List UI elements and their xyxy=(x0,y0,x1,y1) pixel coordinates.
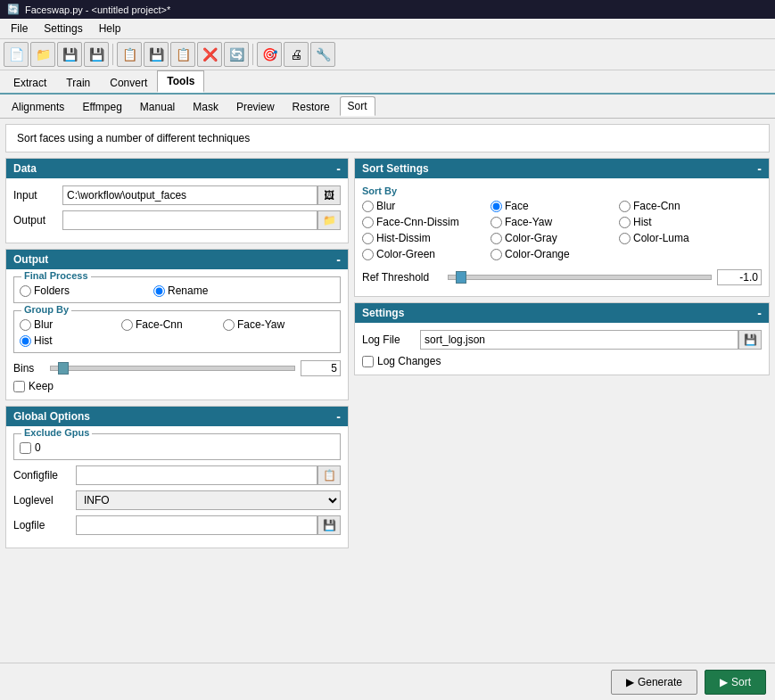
nav-convert[interactable]: Convert xyxy=(100,72,157,93)
input-field[interactable] xyxy=(62,185,317,205)
log-changes-option[interactable]: Log Changes xyxy=(362,355,762,367)
sort-colorluma-option[interactable]: Color-Luma xyxy=(619,232,744,244)
keep-option[interactable]: Keep xyxy=(13,380,341,392)
toolbar-save[interactable]: 💾 xyxy=(57,42,82,67)
subnav-sort[interactable]: Sort xyxy=(340,96,375,116)
sort-colororange-option[interactable]: Color-Orange xyxy=(491,248,615,260)
gpu0-option[interactable]: 0 xyxy=(20,440,334,454)
subnav-mask[interactable]: Mask xyxy=(185,97,227,116)
sort-facecnndissim-radio[interactable] xyxy=(362,217,374,228)
toolbar-saveas[interactable]: 💾 xyxy=(84,42,109,67)
bins-value[interactable] xyxy=(301,360,341,376)
logfile-row: Logfile 💾 xyxy=(13,515,341,535)
group-blur-radio[interactable] xyxy=(20,319,31,331)
output-field[interactable] xyxy=(62,210,317,230)
ref-threshold-thumb[interactable] xyxy=(456,271,466,284)
logfile-browse-btn[interactable]: 💾 xyxy=(317,515,341,535)
data-panel-header: Data - xyxy=(6,159,348,178)
group-facecnn-radio[interactable] xyxy=(121,319,133,331)
nav-extract[interactable]: Extract xyxy=(4,72,56,93)
group-faceyaw-radio[interactable] xyxy=(223,319,235,331)
menu-help[interactable]: Help xyxy=(92,21,128,37)
menu-settings[interactable]: Settings xyxy=(37,21,89,37)
logfile-settings-browse-btn[interactable]: 💾 xyxy=(738,330,762,350)
settings-panel-collapse[interactable]: - xyxy=(757,307,762,319)
sort-settings-collapse[interactable]: - xyxy=(757,162,762,175)
logfile-field[interactable] xyxy=(76,515,317,535)
rename-label: Rename xyxy=(168,284,208,297)
sort-hist-option[interactable]: Hist xyxy=(619,216,744,228)
app-icon: 🔄 xyxy=(7,4,20,15)
sort-faceyaw-option[interactable]: Face-Yaw xyxy=(491,216,615,228)
toolbar-refresh[interactable]: 🔄 xyxy=(224,42,249,67)
group-blur-option[interactable]: Blur xyxy=(20,318,118,331)
sort-colorgreen-option[interactable]: Color-Green xyxy=(362,248,487,260)
sort-colorgreen-radio[interactable] xyxy=(362,249,374,260)
sort-button[interactable]: ▶ Sort xyxy=(705,670,766,695)
input-browse-btn[interactable]: 🖼 xyxy=(317,185,341,205)
ref-threshold-track[interactable] xyxy=(448,275,712,280)
group-hist-radio[interactable] xyxy=(20,335,31,347)
folders-option[interactable]: Folders xyxy=(20,284,136,297)
toolbar-copy[interactable]: 📋 xyxy=(117,42,142,67)
toolbar-target[interactable]: 🎯 xyxy=(257,42,282,67)
sort-hist-radio[interactable] xyxy=(619,217,631,228)
data-panel-collapse[interactable]: - xyxy=(336,162,341,175)
logfile-settings-field[interactable] xyxy=(420,330,738,350)
subnav-restore[interactable]: Restore xyxy=(284,97,338,116)
group-hist-option[interactable]: Hist xyxy=(20,334,118,347)
sort-colorgray-radio[interactable] xyxy=(491,233,502,244)
nav-tools[interactable]: Tools xyxy=(157,70,204,93)
global-options-collapse[interactable]: - xyxy=(336,410,341,423)
sort-faceyaw-radio[interactable] xyxy=(491,217,502,228)
nav-train[interactable]: Train xyxy=(56,72,100,93)
sort-facecnn-radio[interactable] xyxy=(619,201,631,212)
gpu0-checkbox[interactable] xyxy=(20,442,31,454)
sort-blur-option[interactable]: Blur xyxy=(362,200,487,212)
sort-blur-radio[interactable] xyxy=(362,201,374,212)
sort-face-radio[interactable] xyxy=(491,201,502,212)
toolbar-open[interactable]: 📁 xyxy=(30,42,55,67)
subnav-manual[interactable]: Manual xyxy=(132,97,183,116)
output-panel-collapse[interactable]: - xyxy=(336,253,341,266)
configfile-field[interactable] xyxy=(76,465,317,485)
keep-checkbox[interactable] xyxy=(13,381,25,392)
sort-histdissim-option[interactable]: Hist-Dissim xyxy=(362,232,487,244)
subnav-effmpeg[interactable]: Effmpeg xyxy=(74,97,129,116)
sort-colorgray-option[interactable]: Color-Gray xyxy=(491,232,615,244)
group-faceyaw-option[interactable]: Face-Yaw xyxy=(223,318,321,331)
group-hist-label: Hist xyxy=(34,334,53,347)
sort-face-option[interactable]: Face xyxy=(491,200,615,212)
log-changes-checkbox[interactable] xyxy=(362,356,374,367)
toolbar-cancel[interactable]: ❌ xyxy=(197,42,222,67)
sort-histdissim-label: Hist-Dissim xyxy=(376,232,431,244)
bins-label: Bins xyxy=(13,362,45,375)
group-facecnn-option[interactable]: Face-Cnn xyxy=(121,318,219,331)
toolbar-new[interactable]: 📄 xyxy=(4,42,29,67)
sort-facecnndissim-option[interactable]: Face-Cnn-Dissim xyxy=(362,216,487,228)
rename-radio[interactable] xyxy=(153,285,165,297)
toolbar-settings[interactable]: 🔧 xyxy=(310,42,335,67)
generate-button[interactable]: ▶ Generate xyxy=(611,670,697,695)
subnav-alignments[interactable]: Alignments xyxy=(4,97,72,116)
toolbar-export[interactable]: 💾 xyxy=(144,42,169,67)
data-panel: Data - Input 🖼 Output 📁 xyxy=(5,158,349,243)
sort-colorluma-radio[interactable] xyxy=(619,233,631,244)
bins-slider-thumb[interactable] xyxy=(58,362,69,375)
toolbar-paste[interactable]: 📋 xyxy=(170,42,195,67)
output-browse-btn[interactable]: 📁 xyxy=(317,210,341,230)
exclude-gpus-label: Exclude Gpus xyxy=(21,427,92,438)
bins-slider-track[interactable] xyxy=(50,366,295,371)
loglevel-select[interactable]: DEBUG INFO WARNING ERROR CRITICAL xyxy=(76,490,341,510)
configfile-browse-btn[interactable]: 📋 xyxy=(317,465,341,485)
ref-threshold-value[interactable]: -1.0 xyxy=(717,269,762,285)
sort-facecnn-option[interactable]: Face-Cnn xyxy=(619,200,744,212)
sort-histdissim-radio[interactable] xyxy=(362,233,374,244)
toolbar-print[interactable]: 🖨 xyxy=(284,42,309,67)
folders-radio[interactable] xyxy=(20,285,31,297)
rename-option[interactable]: Rename xyxy=(153,284,269,297)
menu-file[interactable]: File xyxy=(4,21,35,37)
subnav-preview[interactable]: Preview xyxy=(228,97,283,116)
output-panel: Output - Final Process Folders Rename xyxy=(5,249,349,400)
sort-colororange-radio[interactable] xyxy=(491,249,502,260)
